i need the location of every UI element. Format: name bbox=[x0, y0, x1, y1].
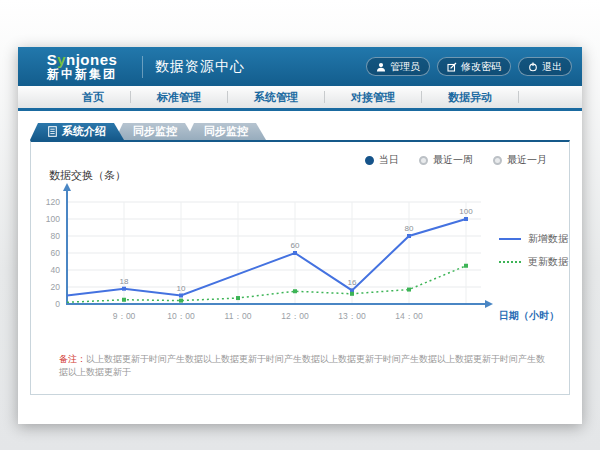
svg-text:10: 10 bbox=[177, 284, 186, 293]
site-card: Synjones 新中新集团 数据资源中心 管理员 修改密码 bbox=[18, 47, 582, 424]
radio-last-week-label: 最近一周 bbox=[433, 153, 473, 167]
admin-user-button[interactable]: 管理员 bbox=[366, 57, 430, 76]
legend-update-data[interactable]: 更新数据 bbox=[499, 255, 568, 269]
change-password-label: 修改密码 bbox=[461, 60, 501, 74]
logout-label: 退出 bbox=[542, 60, 562, 74]
svg-text:20: 20 bbox=[51, 282, 61, 292]
nav-item-data-change[interactable]: 数据异动 bbox=[422, 91, 519, 103]
svg-text:11：00: 11：00 bbox=[225, 311, 252, 321]
admin-user-label: 管理员 bbox=[390, 60, 420, 74]
radio-last-week-dot bbox=[419, 156, 428, 165]
power-icon bbox=[528, 62, 538, 72]
footnote: 备注：以上数据更新于时间产生数据以上数据更新于时间产生数据以上数据更新于时间产生… bbox=[59, 353, 553, 378]
chart-panel: 当日 最近一周 最近一月 数据交换（条） 0204060801001209：00… bbox=[30, 140, 570, 395]
svg-text:13：00: 13：00 bbox=[338, 311, 366, 321]
logo-brand-text: Synjones bbox=[34, 52, 130, 68]
svg-text:120: 120 bbox=[46, 197, 60, 207]
user-icon bbox=[376, 62, 386, 72]
user-area: 管理员 修改密码 退出 bbox=[366, 57, 572, 76]
radio-last-month-dot bbox=[493, 156, 502, 165]
top-header: Synjones 新中新集团 数据资源中心 管理员 修改密码 bbox=[18, 47, 582, 86]
svg-text:60: 60 bbox=[291, 241, 300, 250]
edit-icon bbox=[447, 62, 457, 72]
legend-new-data-label: 新增数据 bbox=[528, 232, 568, 246]
radio-today[interactable]: 当日 bbox=[365, 153, 399, 167]
radio-last-week[interactable]: 最近一周 bbox=[419, 153, 473, 167]
tab-sync-monitor-1[interactable]: 同步监控 bbox=[115, 123, 195, 140]
radio-last-month-label: 最近一月 bbox=[507, 153, 547, 167]
footnote-prefix: 备注： bbox=[59, 354, 86, 364]
svg-text:16: 16 bbox=[348, 278, 357, 287]
document-icon bbox=[48, 126, 57, 137]
nav-item-standard-mgmt[interactable]: 标准管理 bbox=[131, 91, 228, 103]
svg-text:40: 40 bbox=[51, 265, 61, 275]
logout-button[interactable]: 退出 bbox=[518, 57, 572, 76]
svg-text:9：00: 9：00 bbox=[113, 311, 136, 321]
legend-update-data-label: 更新数据 bbox=[528, 255, 568, 269]
radio-last-month[interactable]: 最近一月 bbox=[493, 153, 547, 167]
svg-text:0: 0 bbox=[55, 299, 60, 309]
tab-bar: 系统介绍 同步监控 同步监控 bbox=[30, 123, 582, 140]
legend-new-data[interactable]: 新增数据 bbox=[499, 232, 568, 246]
chart-legend: 新增数据 更新数据 bbox=[499, 232, 568, 278]
nav-item-interface-mgmt[interactable]: 对接管理 bbox=[325, 91, 422, 103]
svg-text:日期（小时）: 日期（小时） bbox=[499, 310, 559, 321]
svg-text:14：00: 14：00 bbox=[395, 311, 423, 321]
footnote-text: 以上数据更新于时间产生数据以上数据更新于时间产生数据以上数据更新于时间产生数据以… bbox=[59, 354, 545, 377]
tab-sync-monitor-2[interactable]: 同步监控 bbox=[186, 123, 266, 140]
logo-company-name: 新中新集团 bbox=[34, 68, 130, 81]
nav-item-home[interactable]: 首页 bbox=[56, 91, 131, 103]
tab-sync-monitor-1-label: 同步监控 bbox=[133, 124, 177, 139]
tab-system-intro-label: 系统介绍 bbox=[62, 124, 106, 139]
svg-text:10：00: 10：00 bbox=[167, 311, 195, 321]
svg-text:18: 18 bbox=[120, 277, 129, 286]
dotted-line-icon bbox=[499, 261, 521, 263]
solid-line-icon bbox=[499, 238, 521, 240]
header-divider bbox=[142, 56, 143, 78]
time-range-filter: 当日 最近一周 最近一月 bbox=[365, 153, 547, 167]
radio-today-dot bbox=[365, 156, 374, 165]
line-chart: 0204060801001209：0010：0011：0012：0013：001… bbox=[31, 182, 571, 332]
tab-system-intro[interactable]: 系统介绍 bbox=[30, 123, 124, 140]
svg-text:60: 60 bbox=[51, 248, 61, 258]
svg-text:80: 80 bbox=[405, 224, 414, 233]
tab-sync-monitor-2-label: 同步监控 bbox=[204, 124, 248, 139]
svg-text:100: 100 bbox=[46, 214, 60, 224]
company-logo: Synjones 新中新集团 bbox=[34, 52, 130, 80]
y-axis-title: 数据交换（条） bbox=[49, 168, 126, 183]
svg-text:12：00: 12：00 bbox=[281, 311, 309, 321]
radio-today-label: 当日 bbox=[379, 153, 399, 167]
main-nav: 首页 标准管理 系统管理 对接管理 数据异动 bbox=[18, 86, 582, 111]
nav-item-system-mgmt[interactable]: 系统管理 bbox=[228, 91, 325, 103]
svg-text:100: 100 bbox=[459, 207, 473, 216]
site-title: 数据资源中心 bbox=[155, 58, 245, 76]
change-password-button[interactable]: 修改密码 bbox=[437, 57, 511, 76]
svg-text:80: 80 bbox=[51, 231, 61, 241]
